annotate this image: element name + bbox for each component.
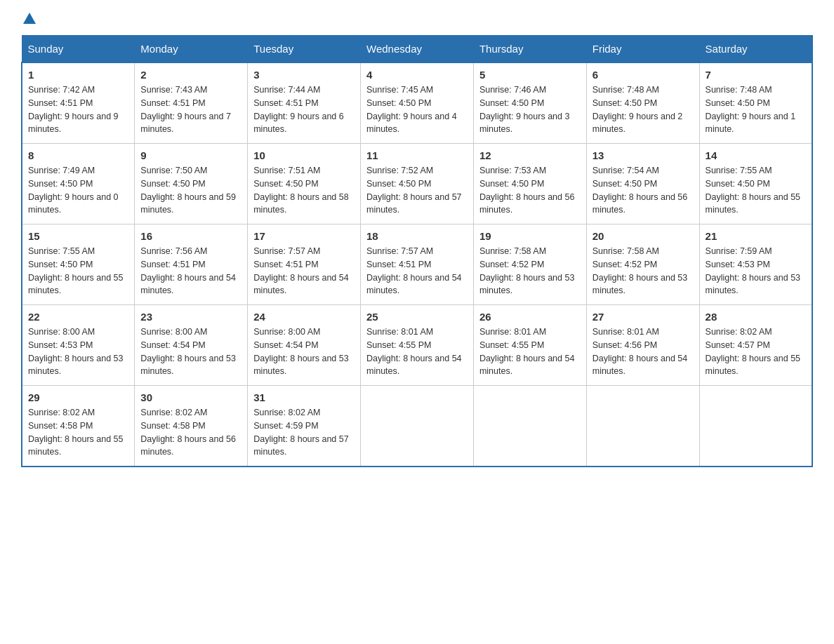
day-header-saturday: Saturday — [699, 36, 812, 63]
calendar-cell: 16 Sunrise: 7:56 AMSunset: 4:51 PMDaylig… — [135, 224, 248, 305]
day-info: Sunrise: 7:57 AMSunset: 4:51 PMDaylight:… — [366, 246, 462, 295]
week-row-4: 22 Sunrise: 8:00 AMSunset: 4:53 PMDaylig… — [22, 305, 812, 386]
calendar-cell: 29 Sunrise: 8:02 AMSunset: 4:58 PMDaylig… — [22, 386, 135, 467]
calendar-table: SundayMondayTuesdayWednesdayThursdayFrid… — [21, 35, 813, 467]
calendar-cell: 23 Sunrise: 8:00 AMSunset: 4:54 PMDaylig… — [135, 305, 248, 386]
calendar-cell — [586, 386, 699, 467]
day-number: 7 — [706, 69, 806, 81]
day-header-sunday: Sunday — [22, 36, 135, 63]
day-info: Sunrise: 7:49 AMSunset: 4:50 PMDaylight:… — [28, 166, 119, 215]
day-info: Sunrise: 7:53 AMSunset: 4:50 PMDaylight:… — [479, 166, 575, 215]
calendar-cell: 19 Sunrise: 7:58 AMSunset: 4:52 PMDaylig… — [473, 224, 586, 305]
day-info: Sunrise: 7:48 AMSunset: 4:50 PMDaylight:… — [706, 85, 796, 134]
day-info: Sunrise: 7:54 AMSunset: 4:50 PMDaylight:… — [593, 166, 688, 215]
day-header-thursday: Thursday — [473, 36, 586, 63]
day-number: 15 — [28, 230, 128, 242]
day-number: 28 — [706, 311, 806, 323]
day-info: Sunrise: 7:57 AMSunset: 4:51 PMDaylight:… — [253, 246, 349, 295]
day-info: Sunrise: 7:44 AMSunset: 4:51 PMDaylight:… — [253, 85, 344, 134]
calendar-cell: 26 Sunrise: 8:01 AMSunset: 4:55 PMDaylig… — [473, 305, 586, 386]
calendar-cell: 28 Sunrise: 8:02 AMSunset: 4:57 PMDaylig… — [699, 305, 812, 386]
calendar-cell: 9 Sunrise: 7:50 AMSunset: 4:50 PMDayligh… — [135, 144, 248, 224]
calendar-cell: 11 Sunrise: 7:52 AMSunset: 4:50 PMDaylig… — [361, 144, 474, 224]
calendar-cell: 2 Sunrise: 7:43 AMSunset: 4:51 PMDayligh… — [135, 62, 248, 144]
week-row-1: 1 Sunrise: 7:42 AMSunset: 4:51 PMDayligh… — [22, 62, 812, 144]
day-info: Sunrise: 7:55 AMSunset: 4:50 PMDaylight:… — [28, 246, 124, 295]
day-number: 30 — [140, 391, 241, 403]
calendar-body: 1 Sunrise: 7:42 AMSunset: 4:51 PMDayligh… — [22, 62, 812, 467]
day-number: 24 — [253, 311, 355, 323]
calendar-cell: 14 Sunrise: 7:55 AMSunset: 4:50 PMDaylig… — [699, 144, 812, 224]
day-number: 26 — [479, 311, 581, 323]
day-number: 1 — [28, 69, 128, 81]
day-number: 17 — [253, 230, 355, 242]
day-number: 10 — [253, 149, 355, 161]
day-info: Sunrise: 7:50 AMSunset: 4:50 PMDaylight:… — [140, 166, 236, 215]
calendar-cell: 8 Sunrise: 7:49 AMSunset: 4:50 PMDayligh… — [22, 144, 135, 224]
day-info: Sunrise: 7:58 AMSunset: 4:52 PMDaylight:… — [593, 246, 688, 295]
day-info: Sunrise: 7:42 AMSunset: 4:51 PMDaylight:… — [28, 85, 119, 134]
day-info: Sunrise: 7:45 AMSunset: 4:50 PMDaylight:… — [366, 85, 457, 134]
day-header-monday: Monday — [135, 36, 248, 63]
day-number: 13 — [593, 149, 694, 161]
day-number: 21 — [706, 230, 806, 242]
day-number: 9 — [140, 149, 241, 161]
day-info: Sunrise: 7:51 AMSunset: 4:50 PMDaylight:… — [253, 166, 349, 215]
day-number: 8 — [28, 149, 128, 161]
page-header — [21, 14, 813, 21]
day-info: Sunrise: 7:46 AMSunset: 4:50 PMDaylight:… — [479, 85, 570, 134]
day-number: 27 — [593, 311, 694, 323]
logo-arrow-icon — [23, 13, 36, 24]
calendar-cell: 6 Sunrise: 7:48 AMSunset: 4:50 PMDayligh… — [586, 62, 699, 144]
calendar-cell: 5 Sunrise: 7:46 AMSunset: 4:50 PMDayligh… — [473, 62, 586, 144]
day-info: Sunrise: 8:01 AMSunset: 4:56 PMDaylight:… — [593, 327, 688, 376]
calendar-cell: 17 Sunrise: 7:57 AMSunset: 4:51 PMDaylig… — [248, 224, 361, 305]
day-info: Sunrise: 7:58 AMSunset: 4:52 PMDaylight:… — [479, 246, 575, 295]
day-info: Sunrise: 8:02 AMSunset: 4:59 PMDaylight:… — [253, 408, 349, 457]
calendar-cell: 13 Sunrise: 7:54 AMSunset: 4:50 PMDaylig… — [586, 144, 699, 224]
day-number: 11 — [366, 149, 468, 161]
day-info: Sunrise: 8:01 AMSunset: 4:55 PMDaylight:… — [479, 327, 575, 376]
calendar-cell: 22 Sunrise: 8:00 AMSunset: 4:53 PMDaylig… — [22, 305, 135, 386]
day-number: 12 — [479, 149, 581, 161]
day-number: 6 — [593, 69, 694, 81]
day-number: 4 — [366, 69, 468, 81]
day-info: Sunrise: 8:02 AMSunset: 4:58 PMDaylight:… — [140, 408, 236, 457]
day-number: 14 — [706, 149, 806, 161]
logo — [21, 14, 36, 21]
calendar-cell: 27 Sunrise: 8:01 AMSunset: 4:56 PMDaylig… — [586, 305, 699, 386]
week-row-5: 29 Sunrise: 8:02 AMSunset: 4:58 PMDaylig… — [22, 386, 812, 467]
day-info: Sunrise: 7:48 AMSunset: 4:50 PMDaylight:… — [593, 85, 683, 134]
calendar-cell — [361, 386, 474, 467]
day-header-wednesday: Wednesday — [361, 36, 474, 63]
day-number: 23 — [140, 311, 241, 323]
calendar-cell — [699, 386, 812, 467]
calendar-header: SundayMondayTuesdayWednesdayThursdayFrid… — [22, 36, 812, 63]
calendar-cell: 15 Sunrise: 7:55 AMSunset: 4:50 PMDaylig… — [22, 224, 135, 305]
calendar-cell: 20 Sunrise: 7:58 AMSunset: 4:52 PMDaylig… — [586, 224, 699, 305]
day-info: Sunrise: 7:59 AMSunset: 4:53 PMDaylight:… — [706, 246, 801, 295]
day-info: Sunrise: 8:00 AMSunset: 4:53 PMDaylight:… — [28, 327, 124, 376]
calendar-cell: 12 Sunrise: 7:53 AMSunset: 4:50 PMDaylig… — [473, 144, 586, 224]
days-of-week-row: SundayMondayTuesdayWednesdayThursdayFrid… — [22, 36, 812, 63]
calendar-cell: 10 Sunrise: 7:51 AMSunset: 4:50 PMDaylig… — [248, 144, 361, 224]
week-row-2: 8 Sunrise: 7:49 AMSunset: 4:50 PMDayligh… — [22, 144, 812, 224]
day-number: 31 — [253, 391, 355, 403]
day-number: 3 — [253, 69, 355, 81]
day-header-friday: Friday — [586, 36, 699, 63]
day-number: 2 — [140, 69, 241, 81]
day-number: 5 — [479, 69, 581, 81]
day-number: 19 — [479, 230, 581, 242]
day-number: 22 — [28, 311, 128, 323]
day-number: 29 — [28, 391, 128, 403]
week-row-3: 15 Sunrise: 7:55 AMSunset: 4:50 PMDaylig… — [22, 224, 812, 305]
calendar-cell: 25 Sunrise: 8:01 AMSunset: 4:55 PMDaylig… — [361, 305, 474, 386]
calendar-cell: 31 Sunrise: 8:02 AMSunset: 4:59 PMDaylig… — [248, 386, 361, 467]
day-info: Sunrise: 7:43 AMSunset: 4:51 PMDaylight:… — [140, 85, 231, 134]
calendar-cell — [473, 386, 586, 467]
calendar-cell: 7 Sunrise: 7:48 AMSunset: 4:50 PMDayligh… — [699, 62, 812, 144]
calendar-cell: 3 Sunrise: 7:44 AMSunset: 4:51 PMDayligh… — [248, 62, 361, 144]
day-number: 16 — [140, 230, 241, 242]
day-number: 18 — [366, 230, 468, 242]
day-info: Sunrise: 8:00 AMSunset: 4:54 PMDaylight:… — [140, 327, 236, 376]
